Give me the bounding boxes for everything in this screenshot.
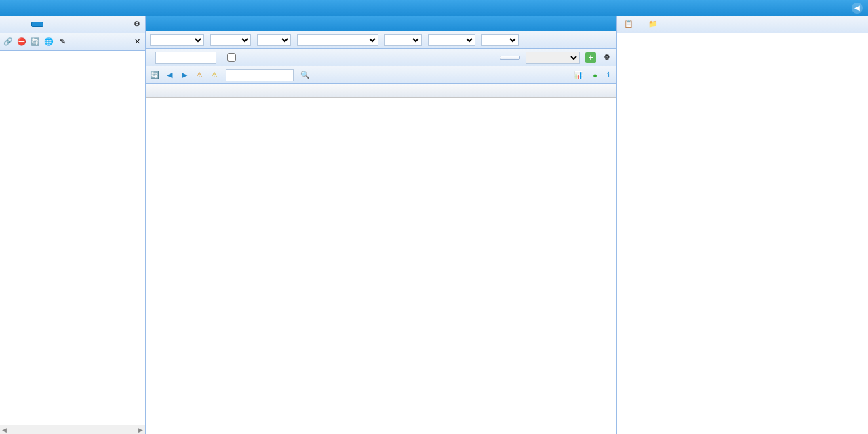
uldl-select[interactable] bbox=[150, 34, 204, 46]
file-tree[interactable] bbox=[0, 51, 145, 425]
browse-button[interactable]: 📁 bbox=[646, 18, 662, 30]
main-panel: + ⚙ 🔄 ◀ ▶ ⚠ ⚠ 🔍 📊 ● ℹ bbox=[146, 16, 617, 434]
nav-fwd-icon[interactable]: ▶ bbox=[178, 69, 191, 81]
time-origin-input[interactable] bbox=[155, 52, 216, 64]
tab-server[interactable] bbox=[17, 22, 29, 27]
sidebar-toolbar: ⚙ bbox=[0, 16, 145, 33]
clear-button[interactable] bbox=[500, 56, 520, 60]
copy-icon: 📋 bbox=[624, 20, 633, 28]
tree-scrollbar[interactable]: ◀▶ bbox=[0, 425, 145, 434]
filter-bar bbox=[146, 31, 616, 49]
cell-select[interactable] bbox=[384, 34, 422, 46]
copy-button[interactable]: 📋 bbox=[621, 18, 637, 30]
group-ueid-checkbox[interactable] bbox=[227, 53, 236, 62]
level-select[interactable] bbox=[481, 34, 519, 46]
log-grid[interactable] bbox=[146, 84, 616, 434]
ueid-select[interactable] bbox=[257, 34, 291, 46]
main-tabs bbox=[146, 16, 616, 31]
edit-icon[interactable]: ✎ bbox=[57, 37, 68, 47]
warn-icon[interactable]: ⚠ bbox=[193, 69, 205, 81]
nav-back-icon[interactable]: ◀ bbox=[163, 69, 176, 81]
collapse-icon[interactable]: ◀ bbox=[852, 3, 863, 14]
title-bar: ◀ bbox=[0, 0, 868, 16]
folder-icon: 📁 bbox=[648, 20, 658, 28]
uecaps-button[interactable]: ℹ bbox=[604, 69, 614, 81]
layer-select[interactable] bbox=[210, 34, 251, 46]
detail-toolbar: 📋 📁 bbox=[617, 16, 868, 33]
stop-icon[interactable]: ⛔ bbox=[16, 37, 27, 47]
search-input[interactable] bbox=[226, 69, 294, 81]
info-select[interactable] bbox=[428, 34, 475, 46]
time-bar: + ⚙ bbox=[146, 49, 616, 66]
detail-panel: 📋 📁 bbox=[617, 16, 868, 434]
globe-icon[interactable]: 🌐 bbox=[43, 37, 54, 47]
saved-filter-select[interactable] bbox=[526, 52, 580, 64]
analytics-button[interactable]: 📊 bbox=[571, 69, 587, 81]
tab-url[interactable] bbox=[3, 22, 15, 27]
add-filter-icon[interactable]: + bbox=[585, 52, 596, 63]
tree-toolbar: 🔗 ⛔ 🔄 🌐 ✎ ✕ bbox=[0, 33, 145, 51]
sidebar: ⚙ 🔗 ⛔ 🔄 🌐 ✎ ✕ ◀▶ bbox=[0, 16, 146, 434]
rb-button[interactable]: ● bbox=[590, 70, 601, 81]
gear-icon[interactable]: ⚙ bbox=[601, 52, 612, 63]
close-icon[interactable]: ✕ bbox=[132, 37, 142, 47]
detail-text[interactable] bbox=[617, 33, 868, 434]
export-button[interactable] bbox=[117, 22, 130, 27]
binoculars-icon[interactable]: 🔍 bbox=[299, 69, 311, 81]
imsi-select[interactable] bbox=[297, 34, 378, 46]
refresh-icon[interactable]: 🔄 bbox=[30, 37, 41, 47]
warn2-icon[interactable]: ⚠ bbox=[208, 69, 220, 81]
search-bar: 🔄 ◀ ▶ ⚠ ⚠ 🔍 📊 ● ℹ bbox=[146, 66, 616, 84]
link-icon[interactable]: 🔗 bbox=[3, 37, 14, 47]
tab-file[interactable] bbox=[31, 22, 43, 27]
gear-icon[interactable]: ⚙ bbox=[132, 19, 142, 30]
refresh-icon[interactable]: 🔄 bbox=[149, 69, 161, 81]
grid-header bbox=[146, 84, 616, 98]
